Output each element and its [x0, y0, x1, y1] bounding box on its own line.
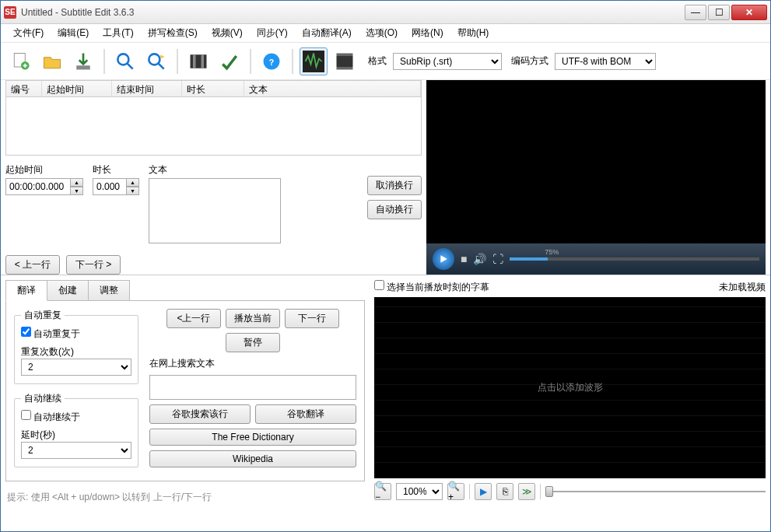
- svg-point-4: [149, 54, 159, 65]
- svg-rect-5: [191, 54, 207, 68]
- svg-rect-11: [337, 56, 353, 67]
- save-button[interactable]: [69, 47, 97, 75]
- close-button[interactable]: ✕: [731, 5, 767, 20]
- minimize-button[interactable]: —: [685, 5, 706, 20]
- repeat-count-select[interactable]: 2: [21, 359, 131, 376]
- delay-label: 延时(秒): [21, 429, 131, 442]
- window-title: Untitled - Subtitle Edit 3.6.3: [21, 7, 685, 18]
- start-time-label: 起始时间: [5, 163, 83, 177]
- wave-fastforward-button[interactable]: ≫: [518, 483, 535, 500]
- play-button[interactable]: [433, 248, 454, 270]
- google-translate-button[interactable]: 谷歌翻译: [255, 404, 356, 424]
- toolbar: ? 格式 SubRip (.srt) 编码方式 UTF-8 with BOM: [1, 43, 770, 80]
- tab-adjust[interactable]: 调整: [88, 280, 130, 300]
- format-select[interactable]: SubRip (.srt): [393, 53, 502, 70]
- subtitle-grid-header: 编号 起始时间 结束时间 时长 文本: [5, 80, 422, 97]
- menu-file[interactable]: 文件(F): [7, 25, 50, 41]
- open-file-button[interactable]: [38, 47, 66, 75]
- google-search-button[interactable]: 谷歌搜索该行: [149, 404, 251, 424]
- volume-icon[interactable]: 🔊: [473, 253, 486, 265]
- duration-label: 时长: [93, 163, 139, 177]
- start-time-input[interactable]: ▲▼: [5, 178, 83, 195]
- next-line-button[interactable]: 下一行 >: [66, 255, 121, 275]
- menu-edit[interactable]: 编辑(E): [51, 25, 95, 41]
- select-current-checkbox[interactable]: 选择当前播放时刻的字幕: [374, 280, 489, 294]
- menu-spellcheck[interactable]: 拼写检查(S): [142, 25, 204, 41]
- spellcheck-button[interactable]: [216, 47, 244, 75]
- wave-slider[interactable]: [545, 491, 766, 492]
- encoding-label: 编码方式: [511, 54, 548, 68]
- bottom-tabs: 翻译 创建 调整: [5, 280, 365, 301]
- wave-play-button[interactable]: ▶: [475, 483, 492, 500]
- search-next-button[interactable]: 下一行: [285, 309, 339, 328]
- fullscreen-icon[interactable]: ⛶: [492, 253, 503, 265]
- new-file-button[interactable]: [7, 47, 35, 75]
- maximize-button[interactable]: ☐: [708, 5, 730, 20]
- tab-create[interactable]: 创建: [47, 280, 89, 300]
- tab-translate[interactable]: 翻译: [5, 280, 47, 301]
- visual-sync-button[interactable]: [184, 47, 212, 75]
- col-duration: 时长: [182, 81, 244, 96]
- search-prev-button[interactable]: <上一行: [166, 309, 221, 328]
- pause-button[interactable]: 暂停: [226, 333, 280, 352]
- waveform-button[interactable]: [300, 47, 328, 75]
- zoom-out-button[interactable]: 🔍−: [374, 483, 391, 500]
- auto-repeat-checkbox[interactable]: 自动重复于: [21, 328, 80, 339]
- col-text: 文本: [244, 81, 421, 96]
- play-current-button[interactable]: 播放当前: [226, 309, 280, 328]
- search-text-input[interactable]: [149, 375, 356, 400]
- duration-input[interactable]: ▲▼: [93, 178, 139, 195]
- video-progress[interactable]: 75%: [510, 257, 759, 261]
- menu-autotranslate[interactable]: 自动翻译(A): [296, 25, 358, 41]
- help-button[interactable]: ?: [258, 47, 286, 75]
- menu-sync[interactable]: 同步(Y): [251, 25, 294, 41]
- svg-rect-7: [202, 54, 205, 68]
- zoom-in-button[interactable]: 🔍+: [447, 483, 464, 500]
- wikipedia-button[interactable]: Wikipedia: [149, 450, 356, 467]
- auto-continue-group: 自动继续 自动继续于 延时(秒) 2: [14, 392, 138, 467]
- replace-button[interactable]: [142, 47, 170, 75]
- search-label: 在网上搜索文本: [149, 357, 356, 370]
- svg-rect-12: [337, 53, 353, 56]
- menu-video[interactable]: 视频(V): [205, 25, 249, 41]
- format-label: 格式: [368, 54, 387, 68]
- zoom-select[interactable]: 100%: [396, 483, 443, 500]
- stop-button[interactable]: ■: [461, 253, 467, 265]
- svg-rect-13: [337, 67, 353, 70]
- titlebar: SE Untitled - Subtitle Edit 3.6.3 — ☐ ✕: [1, 1, 770, 24]
- menu-help[interactable]: 帮助(H): [451, 25, 496, 41]
- svg-rect-6: [193, 54, 196, 68]
- auto-continue-checkbox[interactable]: 自动继续于: [21, 411, 80, 422]
- wave-position-button[interactable]: ⎘: [496, 483, 513, 500]
- free-dictionary-button[interactable]: The Free Dictionary: [149, 429, 356, 446]
- text-label: 文本: [149, 163, 358, 177]
- subtitle-grid[interactable]: [5, 97, 422, 156]
- waveform-area[interactable]: 点击以添加波形: [374, 297, 766, 478]
- autobreak-button[interactable]: 自动换行: [367, 200, 422, 219]
- find-button[interactable]: [111, 47, 139, 75]
- col-end: 结束时间: [112, 81, 182, 96]
- hint-text: 提示: 使用 <Alt + up/down> 以转到 上一行/下一行: [5, 488, 365, 507]
- encoding-select[interactable]: UTF-8 with BOM: [555, 53, 656, 70]
- menu-network[interactable]: 网络(N): [405, 25, 450, 41]
- delay-select[interactable]: 2: [21, 442, 131, 459]
- prev-line-button[interactable]: < 上一行: [5, 255, 60, 275]
- app-icon: SE: [4, 6, 16, 19]
- no-video-label: 未加载视频: [719, 281, 766, 294]
- menu-tools[interactable]: 工具(T): [96, 25, 139, 41]
- auto-repeat-group: 自动重复 自动重复于 重复次数(次) 2: [14, 309, 138, 384]
- subtitle-text-input[interactable]: [149, 178, 281, 243]
- progress-label: 75%: [545, 248, 559, 256]
- waveform-placeholder: 点击以添加波形: [538, 381, 603, 394]
- unbreak-button[interactable]: 取消换行: [367, 176, 422, 195]
- col-number: 编号: [6, 81, 42, 96]
- svg-rect-2: [76, 65, 90, 69]
- menu-options[interactable]: 选项(O): [359, 25, 404, 41]
- repeat-count-label: 重复次数(次): [21, 345, 131, 359]
- svg-point-3: [117, 54, 128, 65]
- video-button[interactable]: [331, 47, 359, 75]
- video-controls: ■ 🔊 ⛶ 75%: [426, 243, 766, 275]
- menubar: 文件(F) 编辑(E) 工具(T) 拼写检查(S) 视频(V) 同步(Y) 自动…: [1, 24, 770, 43]
- svg-text:?: ?: [269, 58, 274, 67]
- video-panel[interactable]: ■ 🔊 ⛶ 75%: [426, 80, 766, 275]
